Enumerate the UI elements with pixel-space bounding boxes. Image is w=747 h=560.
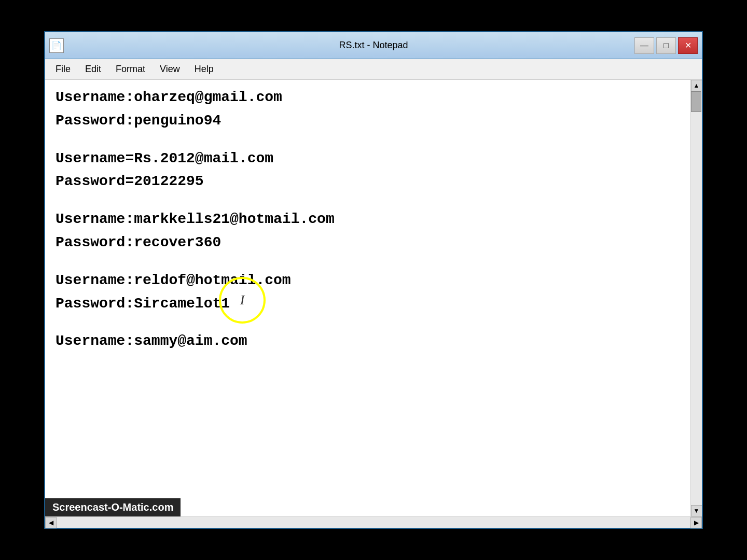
text-line: Username=Rs.2012@mail.com xyxy=(56,147,680,171)
text-line: Username:sammy@aim.com xyxy=(56,330,680,353)
bottom-scroll-track[interactable] xyxy=(57,517,690,528)
title-bar-left: 📄 xyxy=(49,38,64,53)
blank-line xyxy=(56,193,680,208)
menu-view[interactable]: View xyxy=(154,62,186,77)
text-line: Username:reldof@hotmail.com xyxy=(56,269,680,292)
text-line: Username:oharzeq@gmail.com xyxy=(56,86,680,109)
watermark: Screencast-O-Matic.com xyxy=(45,498,181,516)
app-icon-symbol: 📄 xyxy=(51,40,62,50)
app-icon: 📄 xyxy=(49,38,64,53)
notepad-window: 📄 RS.txt - Notepad — □ ✕ File Edit Forma… xyxy=(44,31,703,529)
text-line: Password:Sircamelot1 xyxy=(56,292,680,316)
menu-bar: File Edit Format View Help xyxy=(45,59,702,80)
close-button[interactable]: ✕ xyxy=(678,37,698,54)
blank-line xyxy=(56,133,680,147)
blank-line xyxy=(56,315,680,330)
minimize-button[interactable]: — xyxy=(634,37,654,54)
menu-edit[interactable]: Edit xyxy=(79,62,107,77)
content-area: Username:oharzeq@gmail.comPassword:pengu… xyxy=(45,80,702,516)
scroll-left-arrow[interactable]: ◀ xyxy=(45,517,57,528)
window-controls: — □ ✕ xyxy=(634,37,698,54)
text-editor[interactable]: Username:oharzeq@gmail.comPassword:pengu… xyxy=(45,80,690,516)
title-bar: 📄 RS.txt - Notepad — □ ✕ xyxy=(45,32,702,59)
menu-file[interactable]: File xyxy=(49,62,77,77)
vertical-scrollbar[interactable]: ▲ ▼ xyxy=(690,80,702,516)
text-line: Username:markkells21@hotmail.com xyxy=(56,208,680,231)
scroll-right-arrow[interactable]: ▶ xyxy=(690,517,702,528)
menu-format[interactable]: Format xyxy=(109,62,151,77)
restore-button[interactable]: □ xyxy=(656,37,676,54)
menu-help[interactable]: Help xyxy=(188,62,220,77)
text-line: Password=20122295 xyxy=(56,170,680,193)
text-line: Password:penguino94 xyxy=(56,109,680,133)
horizontal-scrollbar[interactable]: ◀ ▶ xyxy=(45,516,702,528)
window-title: RS.txt - Notepad xyxy=(339,40,408,51)
scroll-up-arrow[interactable]: ▲ xyxy=(691,80,702,91)
blank-line xyxy=(56,255,680,269)
text-line: Password:recover360 xyxy=(56,231,680,255)
scroll-thumb[interactable] xyxy=(691,91,701,112)
scroll-down-arrow[interactable]: ▼ xyxy=(691,505,702,516)
scroll-track[interactable] xyxy=(691,91,702,505)
